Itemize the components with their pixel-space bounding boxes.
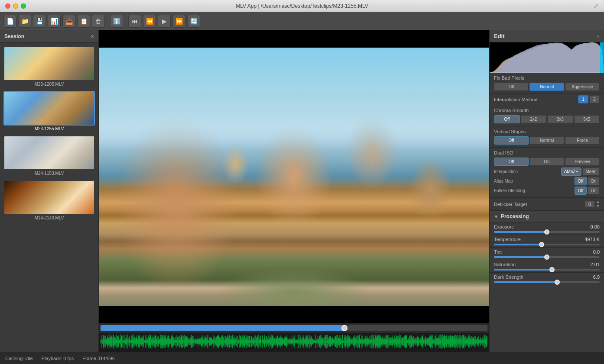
temperature-thumb[interactable] xyxy=(539,242,544,247)
interp-method-1[interactable]: 1 xyxy=(578,95,588,103)
vertical-stripes-group: Off Normal Force xyxy=(494,136,600,145)
interpolation-method-label: Interpolation Method xyxy=(494,97,537,102)
chroma-smooth-2x2[interactable]: 2x2 xyxy=(521,115,547,123)
scrubber-handle[interactable] xyxy=(341,325,347,331)
vertical-stripes-off[interactable]: Off xyxy=(494,136,529,145)
play-button[interactable]: ▶ xyxy=(158,15,171,28)
maximize-button[interactable] xyxy=(21,3,26,9)
video-frame[interactable] xyxy=(99,48,489,306)
saturation-label: Saturation xyxy=(494,262,516,267)
edit-close-button[interactable]: × xyxy=(597,34,600,39)
exposure-thumb[interactable] xyxy=(544,229,549,235)
fix-bad-pixels-off[interactable]: Off xyxy=(494,83,529,91)
tint-thumb[interactable] xyxy=(544,254,549,260)
temperature-track[interactable] xyxy=(494,244,600,245)
fix-bad-pixels-aggressive[interactable]: Aggressive xyxy=(565,83,600,91)
session-item[interactable]: M14-2143.MLV xyxy=(3,180,95,221)
saturation-slider-top: Saturation 2.01 xyxy=(494,262,600,267)
deflicker-up[interactable]: ▲ xyxy=(596,200,600,204)
saturation-track[interactable] xyxy=(494,269,600,271)
alias-map-off[interactable]: Off xyxy=(575,177,587,185)
vertical-stripes-label: Vertical Stripes xyxy=(494,129,600,134)
fullres-blending-off[interactable]: Off xyxy=(575,187,587,195)
deflicker-value: 0 xyxy=(585,201,595,208)
alias-map-label: Alias Map xyxy=(494,179,513,184)
dual-iso-label: Dual ISO xyxy=(494,150,600,155)
video-area xyxy=(99,30,489,352)
dual-iso-mean[interactable]: Mean xyxy=(582,168,600,176)
session-list: M23-1205.MLV M23-1255.MLV M24-1153.MLV M… xyxy=(0,43,98,225)
processing-label: Processing xyxy=(501,213,529,219)
info-button[interactable]: ℹ️ xyxy=(110,15,123,28)
dual-iso-interp-row: Interpolation AMaZE Mean Alias Map Off O… xyxy=(494,168,600,195)
save-button[interactable]: 💾 xyxy=(33,15,46,28)
loop-button[interactable]: 🔄 xyxy=(187,15,200,28)
chroma-smooth-section: Chroma Smooth Off 2x2 3x3 5x5 xyxy=(490,105,604,126)
waveform-area xyxy=(101,333,487,350)
edit-header: Edit × xyxy=(490,30,604,42)
session-item[interactable]: M24-1153.MLV xyxy=(3,135,95,177)
edit-panel: Edit × Fix Bad Pixels Off Nor xyxy=(489,30,604,352)
processing-section-header[interactable]: ▼ Processing xyxy=(490,211,604,222)
alias-map-on[interactable]: On xyxy=(588,177,600,185)
tint-track[interactable] xyxy=(494,256,600,258)
exposure-fill xyxy=(494,231,547,233)
titlebar: MLV App | /Users/masc/Desktop/Testclips/… xyxy=(0,0,604,12)
exposure-track[interactable] xyxy=(494,231,600,233)
skip-back-button[interactable]: ⏮ xyxy=(128,15,141,28)
fix-bad-pixels-normal[interactable]: Normal xyxy=(529,83,564,91)
exposure-slider-row: Exposure 0.00 xyxy=(490,222,604,235)
scrubber-bar[interactable] xyxy=(101,325,487,331)
chroma-smooth-off[interactable]: Off xyxy=(494,115,520,123)
session-panel: Session × M23-1205.MLV M23-1255.MLV M2 xyxy=(0,30,99,352)
temperature-label: Temperature xyxy=(494,237,521,242)
deflicker-down[interactable]: ▼ xyxy=(596,204,600,208)
chroma-smooth-5x5[interactable]: 5x5 xyxy=(574,115,600,123)
tint-slider-row: Tint 0.0 xyxy=(490,248,604,260)
open-folder-button[interactable]: 📁 xyxy=(18,15,31,28)
dark-strength-fill xyxy=(494,281,557,283)
copy-button[interactable]: 📋 xyxy=(77,15,90,28)
histogram-svg xyxy=(490,42,604,73)
deflicker-label: Deflicker Target xyxy=(494,202,527,207)
fullres-blending-on[interactable]: On xyxy=(588,187,600,195)
temperature-slider-row: Temperature 4973 K xyxy=(490,235,604,248)
vertical-stripes-force[interactable]: Force xyxy=(565,136,600,145)
vertical-stripes-normal[interactable]: Normal xyxy=(529,136,564,145)
dual-iso-preview[interactable]: Preview xyxy=(565,158,600,166)
session-item[interactable]: M23-1205.MLV xyxy=(3,46,95,87)
scrubber-area[interactable] xyxy=(99,323,489,333)
dual-iso-off[interactable]: Off xyxy=(494,158,529,166)
window-title: MLV App | /Users/masc/Desktop/Testclips/… xyxy=(236,3,368,9)
session-title: Session xyxy=(4,33,24,39)
dark-strength-track[interactable] xyxy=(494,281,600,283)
saturation-thumb[interactable] xyxy=(549,267,555,272)
export-button[interactable]: 📊 xyxy=(48,15,61,28)
toolbar: 📄 📁 💾 📊 📥 📋 🗑 ℹ️ ⏮ ⏪ ▶ ⏩ 🔄 xyxy=(0,12,604,30)
step-back-button[interactable]: ⏪ xyxy=(143,15,156,28)
maximize-icon[interactable]: ⤢ xyxy=(594,3,599,10)
dark-strength-thumb[interactable] xyxy=(555,280,560,285)
interp-method-2[interactable]: 2 xyxy=(589,95,600,103)
delete-button[interactable]: 🗑 xyxy=(92,15,105,28)
new-file-button[interactable]: 📄 xyxy=(3,15,16,28)
deflicker-spinner[interactable]: 0 ▲ ▼ xyxy=(585,200,600,208)
exposure-label: Exposure xyxy=(494,224,514,229)
session-close-button[interactable]: × xyxy=(91,33,94,40)
chroma-smooth-3x3[interactable]: 3x3 xyxy=(547,115,573,123)
caching-status: Caching: idle xyxy=(5,356,33,361)
session-item[interactable]: M23-1255.MLV xyxy=(3,91,95,132)
scrubber-fill xyxy=(101,325,344,331)
dual-iso-on[interactable]: On xyxy=(529,158,564,166)
edit-title: Edit xyxy=(494,33,505,39)
svg-rect-1 xyxy=(600,42,604,73)
close-button[interactable] xyxy=(5,3,10,9)
tint-value: 0.0 xyxy=(582,249,600,254)
dark-strength-slider-top: Dark Strength 6.9 xyxy=(494,274,600,280)
dual-iso-amaze[interactable]: AMaZE xyxy=(561,168,581,176)
minimize-button[interactable] xyxy=(13,3,18,9)
saturation-slider-row: Saturation 2.01 xyxy=(490,260,604,273)
saturation-value: 2.01 xyxy=(582,262,600,267)
import-button[interactable]: 📥 xyxy=(62,15,75,28)
step-forward-button[interactable]: ⏩ xyxy=(172,15,185,28)
